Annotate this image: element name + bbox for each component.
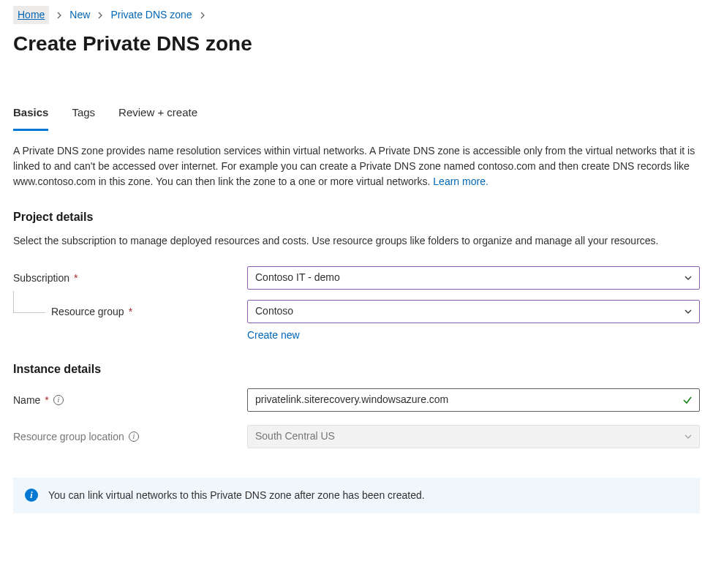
chevron-right-icon — [97, 12, 103, 19]
description-body: A Private DNS zone provides name resolut… — [13, 145, 695, 187]
subscription-select[interactable]: Contoso IT - demo — [247, 266, 700, 290]
section-subtext-project-details: Select the subscription to manage deploy… — [13, 233, 700, 249]
section-heading-project-details: Project details — [13, 208, 700, 226]
resource-group-value: Contoso — [255, 304, 293, 319]
row-resource-group: Resource group * Contoso Create new — [13, 300, 700, 343]
learn-more-link[interactable]: Learn more. — [433, 176, 488, 187]
label-resource-group-text: Resource group — [51, 304, 124, 320]
name-value: privatelink.siterecovery.windowsazure.co… — [255, 392, 448, 407]
resource-group-select[interactable]: Contoso — [247, 300, 700, 323]
label-name: Name * i — [13, 388, 247, 408]
tree-elbow-icon — [13, 291, 45, 313]
tabs: Basics Tags Review + create — [13, 102, 700, 130]
chevron-down-icon — [683, 431, 693, 442]
breadcrumb-new[interactable]: New — [69, 7, 90, 23]
info-icon: i — [25, 489, 38, 502]
label-location-text: Resource group location — [13, 429, 124, 445]
breadcrumb-home[interactable]: Home — [13, 6, 49, 24]
tab-basics[interactable]: Basics — [13, 102, 48, 131]
tab-review-create[interactable]: Review + create — [118, 102, 197, 130]
breadcrumb-private-dns-zone[interactable]: Private DNS zone — [110, 7, 192, 23]
info-banner: i You can link virtual networks to this … — [13, 478, 700, 513]
info-icon[interactable]: i — [129, 431, 139, 442]
checkmark-icon — [682, 394, 693, 406]
chevron-right-icon — [200, 12, 205, 19]
chevron-down-icon — [683, 306, 693, 317]
tab-tags[interactable]: Tags — [72, 102, 95, 130]
label-resource-group: Resource group * — [13, 300, 247, 320]
label-name-text: Name — [13, 393, 40, 408]
name-input[interactable]: privatelink.siterecovery.windowsazure.co… — [247, 388, 700, 412]
description-text: A Private DNS zone provides name resolut… — [13, 143, 700, 189]
info-banner-text: You can link virtual networks to this Pr… — [48, 488, 425, 503]
subscription-value: Contoso IT - demo — [255, 270, 340, 285]
label-location: Resource group location i — [13, 425, 247, 445]
create-new-link[interactable]: Create new — [247, 329, 300, 341]
label-subscription: Subscription * — [13, 266, 247, 286]
info-icon[interactable]: i — [53, 395, 64, 405]
required-marker: * — [45, 393, 48, 408]
label-subscription-text: Subscription — [13, 271, 69, 286]
location-select: South Central US — [247, 425, 700, 448]
row-location: Resource group location i South Central … — [13, 425, 700, 448]
chevron-right-icon — [56, 12, 62, 19]
chevron-down-icon — [683, 273, 693, 283]
section-heading-instance-details: Instance details — [13, 361, 700, 378]
required-marker: * — [74, 271, 78, 286]
row-name: Name * i privatelink.siterecovery.window… — [13, 388, 700, 412]
location-value: South Central US — [255, 429, 335, 444]
row-subscription: Subscription * Contoso IT - demo — [13, 266, 700, 290]
breadcrumb: Home New Private DNS zone — [13, 6, 700, 24]
required-marker: * — [129, 304, 132, 320]
page-title: Create Private DNS zone — [13, 29, 700, 59]
